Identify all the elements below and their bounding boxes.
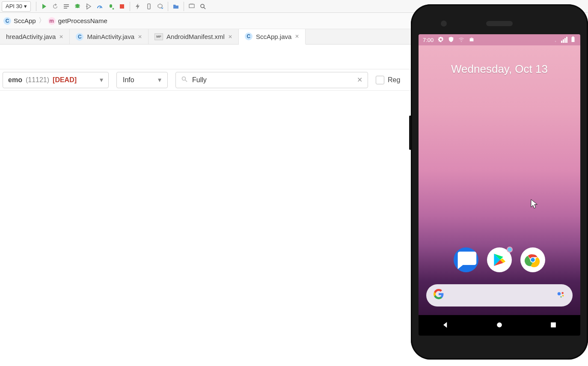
process-status: [DEAD]: [53, 76, 77, 84]
svg-point-3: [201, 4, 204, 8]
log-search-input[interactable]: Fully ✕: [175, 72, 368, 88]
tab-hreadactivity[interactable]: hreadActivity.java ✕: [0, 29, 70, 44]
phone-icon: [146, 3, 152, 10]
google-logo-icon: [433, 289, 444, 302]
gear-icon: [438, 36, 444, 44]
phone-frame: 7:00: [411, 4, 588, 360]
assistant-icon[interactable]: [556, 290, 566, 301]
chevron-right-icon: 〉: [39, 16, 45, 25]
tab-label: hreadActivity.java: [6, 33, 56, 40]
tab-label: AndroidManifest.xml: [166, 33, 225, 40]
log-level-selector[interactable]: Info ▾: [116, 72, 168, 88]
back-button[interactable]: [441, 321, 450, 330]
breadcrumb-member[interactable]: getProcessName: [58, 17, 107, 24]
svg-point-11: [561, 292, 564, 294]
run-config-button[interactable]: [61, 1, 71, 12]
class-badge-icon: C: [3, 17, 11, 25]
tab-sccapp[interactable]: C SccApp.java ✕: [239, 29, 306, 45]
rerun-icon: [52, 3, 59, 10]
stop-button[interactable]: [117, 1, 127, 12]
bug-attach-icon: [107, 3, 114, 10]
profiler-button[interactable]: [95, 1, 105, 12]
layout-inspector-button[interactable]: [187, 1, 197, 12]
chevron-down-icon: ▾: [24, 3, 27, 9]
class-file-icon: C: [76, 33, 83, 41]
svg-point-13: [561, 296, 562, 298]
home-button[interactable]: [495, 321, 504, 330]
signal-icon: [561, 37, 567, 43]
sync-project-button[interactable]: [171, 1, 181, 12]
debug-button[interactable]: [72, 1, 83, 12]
close-icon[interactable]: ✕: [59, 34, 63, 40]
shield-icon: [448, 36, 454, 44]
svg-rect-2: [189, 4, 194, 8]
class-file-icon: C: [245, 33, 252, 40]
mouse-cursor-icon: [531, 199, 538, 210]
svg-point-10: [558, 292, 561, 295]
method-badge-icon: m: [48, 17, 56, 25]
svg-rect-1: [148, 4, 150, 9]
tab-manifest[interactable]: MF AndroidManifest.xml ✕: [148, 29, 239, 44]
log-level-label: Info: [123, 76, 134, 84]
run-button[interactable]: [39, 1, 49, 12]
svg-rect-0: [120, 4, 124, 9]
messages-app-icon[interactable]: [454, 247, 478, 272]
toolbar-separator: [184, 2, 184, 11]
rerun-button[interactable]: [50, 1, 60, 12]
device-manager-button[interactable]: [144, 1, 154, 12]
emulator-window: 7:00: [411, 4, 588, 360]
play-icon: [41, 3, 48, 10]
svg-point-4: [182, 77, 186, 80]
chevron-down-icon: ▾: [100, 76, 103, 84]
svg-rect-6: [572, 36, 574, 37]
recents-button[interactable]: [549, 321, 558, 330]
coverage-icon: [85, 3, 92, 10]
wifi-icon: [458, 36, 464, 44]
bug-icon: [74, 3, 81, 10]
regex-label: Reg: [388, 76, 400, 84]
clear-icon[interactable]: ✕: [357, 76, 362, 84]
toolbar-separator: [36, 2, 36, 11]
cube-down-icon: [157, 3, 163, 10]
breadcrumb-app[interactable]: SccApp: [14, 17, 36, 24]
close-icon[interactable]: ✕: [138, 34, 142, 40]
play-store-app-icon[interactable]: [487, 247, 512, 272]
app-dock: [419, 247, 580, 278]
device-selector[interactable]: API 30 ▾: [2, 1, 31, 12]
attach-debugger-button[interactable]: [106, 1, 116, 12]
chrome-app-icon[interactable]: [520, 247, 545, 272]
checkbox-box-icon: [376, 76, 384, 84]
wifi-off-icon: [552, 36, 558, 44]
toolbar-separator: [168, 2, 168, 11]
phone-screen[interactable]: 7:00: [419, 34, 580, 336]
stop-icon: [119, 3, 125, 10]
tab-label: SccApp.java: [256, 33, 291, 40]
process-selector[interactable]: emo (11121) [DEAD] ▾: [3, 72, 109, 88]
regex-checkbox[interactable]: Reg: [376, 76, 400, 84]
coverage-button[interactable]: [83, 1, 94, 12]
apply-changes-button[interactable]: [133, 1, 143, 12]
lightning-icon: [134, 3, 141, 10]
tab-mainactivity[interactable]: C MainActivity.java ✕: [70, 29, 148, 44]
close-icon[interactable]: ✕: [295, 33, 299, 39]
svg-point-12: [562, 295, 564, 297]
date-widget[interactable]: Wednesday, Oct 13: [419, 62, 580, 76]
search-everywhere-button[interactable]: [198, 1, 208, 12]
google-search-bar[interactable]: [426, 284, 573, 306]
phone-earpiece: [486, 21, 513, 26]
briefcase-icon: [469, 36, 475, 44]
search-icon: [181, 76, 188, 84]
phone-camera: [441, 21, 447, 27]
sdk-manager-button[interactable]: [155, 1, 165, 12]
log-search-value: Fully: [192, 76, 207, 84]
svg-rect-5: [572, 37, 575, 42]
screen-icon: [188, 3, 195, 10]
manifest-file-icon: MF: [154, 33, 163, 40]
notification-badge-icon: [507, 247, 513, 253]
search-icon: [199, 3, 206, 10]
close-icon[interactable]: ✕: [228, 34, 232, 40]
status-time: 7:00: [423, 37, 434, 43]
svg-rect-15: [551, 322, 556, 327]
toolbar-separator: [130, 2, 130, 11]
chevron-down-icon: ▾: [158, 76, 161, 84]
